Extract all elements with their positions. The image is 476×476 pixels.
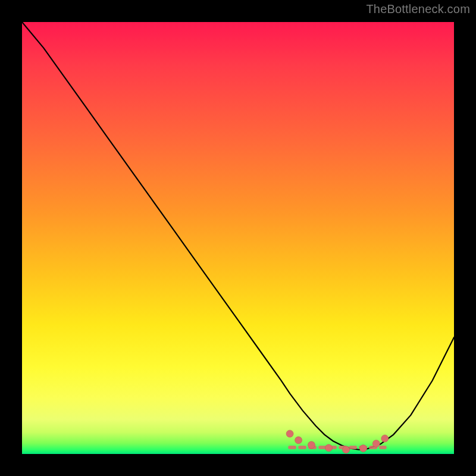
- curve-marker: [325, 444, 333, 452]
- curve-marker: [308, 441, 315, 449]
- curve-marker: [372, 440, 380, 447]
- curve-markers: [286, 430, 389, 453]
- bottleneck-curve: [22, 22, 454, 450]
- chart-frame: TheBottleneck.com: [0, 0, 476, 476]
- curve-marker: [381, 435, 389, 442]
- plot-area: [22, 22, 454, 454]
- curve-svg: [22, 22, 454, 454]
- curve-marker: [360, 445, 367, 452]
- curve-marker: [295, 437, 302, 444]
- watermark-text: TheBottleneck.com: [366, 2, 470, 16]
- curve-marker: [286, 430, 293, 437]
- curve-marker: [343, 446, 350, 453]
